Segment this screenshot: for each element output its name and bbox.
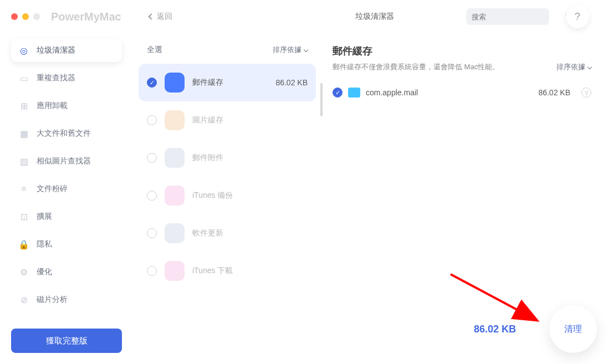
sidebar-item[interactable]: 🔒隱私 [11,233,122,256]
app-name: PowerMyMac [51,11,121,23]
sidebar-label: 磁片分析 [37,295,68,305]
sidebar-label: 垃圾清潔器 [37,45,75,55]
sidebar-item[interactable]: ⊡擴展 [11,205,122,228]
sidebar-item[interactable]: ▭重複查找器 [11,66,122,90]
sidebar-label: 重複查找器 [37,73,75,83]
category-name: 郵件附件 [192,153,223,163]
sidebar-item[interactable]: ▨相似圖片查找器 [11,150,122,173]
category-icon [165,223,185,243]
sidebar-item[interactable]: ⊞應用卸載 [11,94,122,117]
sidebar-icon: ⚙ [18,266,30,278]
sidebar-icon: ⊡ [18,211,30,223]
sidebar-icon: ▦ [18,127,30,140]
sidebar-icon: ◎ [18,44,30,57]
sidebar-label: 文件粉碎 [37,184,68,194]
sidebar-label: 優化 [37,267,52,277]
category-size: 86.02 KB [275,78,308,87]
sidebar-label: 大文件和舊文件 [37,129,91,139]
checkbox[interactable] [147,115,157,125]
checkbox[interactable]: ✓ [147,78,157,88]
sidebar-item[interactable]: ⊘磁片分析 [11,288,122,311]
sort-button[interactable]: 排序依據 [273,45,308,55]
clean-button[interactable]: 清理 [549,305,597,353]
sidebar-item[interactable]: ◎垃圾清潔器 [11,39,122,62]
sidebar-label: 擴展 [37,212,52,222]
category-name: 圖片緩存 [192,115,223,125]
sort-label: 排序依據 [556,62,585,72]
minimize-window-icon[interactable] [22,13,29,20]
detail-title: 郵件緩存 [333,44,591,58]
close-window-icon[interactable] [11,13,18,20]
detail-sort-button[interactable]: 排序依據 [556,62,591,72]
help-button[interactable]: ? [566,5,589,28]
checkbox[interactable] [147,266,157,276]
sidebar-icon: 🔒 [18,238,30,250]
sidebar-icon: ⊘ [18,294,30,306]
checkbox[interactable] [147,228,157,238]
checkbox[interactable]: ✓ [333,88,343,98]
total-size: 86.02 KB [474,324,516,335]
sidebar-icon: ≡ [18,183,30,195]
category-name: 軟件更新 [192,228,223,238]
detail-panel: 郵件緩存 郵件緩存不僅會浪費系統容量，還會降低 Mac性能。 排序依據 ✓ co… [321,33,608,364]
sidebar-label: 隱私 [37,239,52,249]
checkbox[interactable] [147,191,157,201]
search-input[interactable] [472,13,565,21]
sidebar-label: 應用卸載 [37,101,68,111]
sidebar: ◎垃圾清潔器▭重複查找器⊞應用卸載▦大文件和舊文件▨相似圖片查找器≡文件粉碎⊡擴… [0,33,133,364]
maximize-window-icon [33,13,40,20]
sidebar-icon: ⊞ [18,100,30,112]
category-icon [165,110,185,130]
category-name: 郵件緩存 [192,78,223,88]
category-item[interactable]: ✓ 郵件緩存 86.02 KB [139,64,316,101]
sidebar-item[interactable]: ▦大文件和舊文件 [11,122,122,145]
category-item[interactable]: 郵件附件 [139,139,316,177]
category-item[interactable]: iTunes 備份 [139,177,316,214]
category-icon [165,73,185,93]
category-name: iTunes 備份 [192,191,233,201]
search-box[interactable] [466,8,549,25]
file-name: com.apple.mail [366,88,418,97]
detail-desc: 郵件緩存不僅會浪費系統容量，還會降低 Mac性能。 [333,62,591,72]
category-item[interactable]: 圖片緩存 [139,101,316,139]
page-title: 垃圾清潔器 [355,12,394,22]
sidebar-icon: ▨ [18,155,30,167]
category-item[interactable]: iTunes 下載 [139,252,316,290]
chevron-left-icon [148,13,154,19]
back-label: 返回 [157,12,172,22]
file-size: 86.02 KB [538,88,570,97]
sidebar-item[interactable]: ≡文件粉碎 [11,177,122,201]
category-item[interactable]: 軟件更新 [139,214,316,252]
select-all-button[interactable]: 全選 [147,45,162,55]
reveal-icon[interactable]: ⚲ [581,88,591,98]
sidebar-label: 相似圖片查找器 [37,156,91,166]
category-icon [165,148,185,168]
category-panel: 全選 排序依據 ✓ 郵件緩存 86.02 KB 圖片緩存 郵件附件 iTunes… [133,33,321,364]
traffic-lights[interactable] [11,13,40,20]
checkbox[interactable] [147,153,157,163]
chevron-down-icon [587,65,592,69]
upgrade-button[interactable]: 獲取完整版 [11,329,122,353]
file-row[interactable]: ✓ com.apple.mail 86.02 KB ⚲ [333,80,591,105]
category-icon [165,261,185,281]
category-icon [165,186,185,206]
sidebar-icon: ▭ [18,72,30,84]
category-name: iTunes 下載 [192,266,233,276]
chevron-down-icon [304,48,308,52]
sort-label: 排序依據 [273,45,302,55]
back-button[interactable]: 返回 [149,12,172,22]
sidebar-item[interactable]: ⚙優化 [11,260,122,284]
folder-icon [348,88,360,98]
